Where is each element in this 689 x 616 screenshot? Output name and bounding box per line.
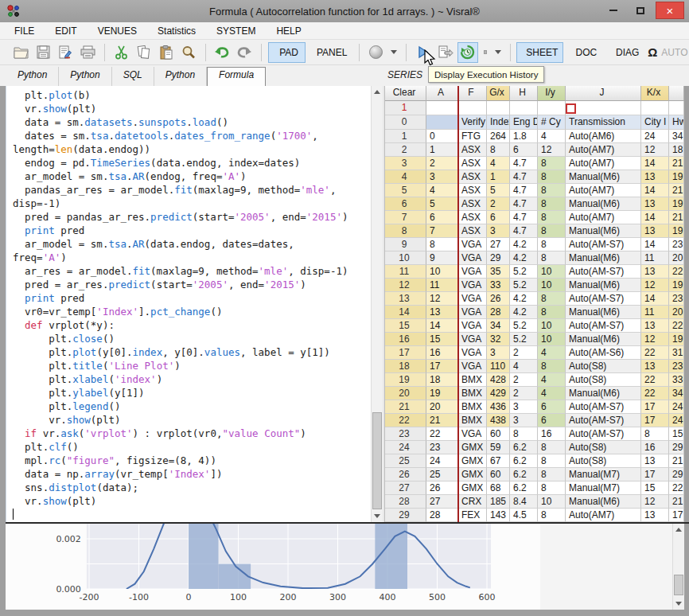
sheet-cell[interactable]: 34 [669,130,684,143]
sheet-cell[interactable]: 4.2 [510,238,538,251]
code-line[interactable]: plt.title('Line Plot') [6,359,371,372]
row-number[interactable]: 8 [385,224,426,238]
sheet-cell[interactable]: 8 [510,427,538,441]
menu-item-edit[interactable]: EDIT [55,25,76,37]
modify-document-button[interactable] [55,42,76,63]
sheet-cell[interactable]: VGA [458,319,487,333]
sheet-cell[interactable]: 5 [487,184,510,197]
sheet-cell[interactable]: Auto(AM-S7) [566,238,641,251]
sheet-cell[interactable]: 13 [426,306,458,319]
sheet-cell[interactable]: 24 [426,454,458,468]
label-cell[interactable]: # Cy [538,115,566,130]
row-number[interactable]: 13 [385,292,426,306]
sheet-cell[interactable]: Auto(S8) [566,441,641,454]
sheet-cell[interactable]: 13 [641,197,669,211]
sheet-cell[interactable]: Auto(AM6) [566,130,641,143]
sheet-cell[interactable]: 28 [426,509,458,522]
sheet-cell[interactable]: Auto(AM7) [566,211,641,224]
sheet-cell[interactable]: 12 [641,495,669,509]
sheet-cell[interactable]: 4.2 [510,306,538,319]
sheet-cell[interactable]: 25 [426,468,458,481]
sheet-cell[interactable]: 33 [669,373,684,387]
code-line[interactable]: vr0=vr_temp['Index'].pct_change() [6,305,371,318]
sheet-cell[interactable]: 3 [426,170,458,184]
sheet-cell[interactable]: 8 [538,292,566,306]
sheet-cell[interactable]: 1 [487,170,510,184]
marker-cell[interactable] [487,101,510,115]
row-number[interactable]: 1 [385,130,426,143]
sheet-cell[interactable]: 19 [669,170,684,184]
code-line[interactable]: sns.distplot(data); [6,481,371,494]
sheet-cell[interactable]: 8 [538,441,566,454]
sheet-cell[interactable]: Auto(AM7) [566,157,641,170]
row-number[interactable]: 29 [385,509,426,522]
sheet-cell[interactable]: 22 [669,265,684,279]
sheet-cell[interactable]: 6 [538,400,566,414]
scroll-up-arrow[interactable] [372,86,383,98]
sheet-cell[interactable]: Manual(M6) [566,251,641,265]
sheet-cell[interactable]: 18 [669,143,684,157]
sheet-cell[interactable]: 33 [487,279,510,292]
sheet-cell[interactable]: VGA [458,251,487,265]
sheet-cell[interactable]: 29 [669,468,684,481]
sheet-cell[interactable]: 19 [669,279,684,292]
sheet-cell[interactable]: 13 [641,360,669,373]
marker-cell[interactable] [426,101,458,115]
sheet-cell[interactable]: 21 [669,211,684,224]
sheet-cell[interactable]: Auto(S8) [566,360,641,373]
column-header-I/y[interactable]: I/y [538,86,566,101]
tab-python-3[interactable]: Python [154,67,207,86]
sheet-cell[interactable]: Auto(AM-S7) [566,414,641,427]
sheet-cell[interactable]: 21 [669,495,684,509]
code-line[interactable]: vr.show(plt) [6,413,371,427]
sheet-cell[interactable]: 68 [487,481,510,495]
row-number[interactable]: 22 [385,414,426,427]
code-line[interactable]: vr.show(plt) [6,494,371,508]
sheet-cell[interactable]: 3 [487,224,510,238]
sheet-cell[interactable]: ASX [458,184,487,197]
sheet-cell[interactable]: BMX [458,414,487,427]
sheet-cell[interactable]: 14 [426,319,458,333]
sheet-cell[interactable]: VGA [458,238,487,251]
label-row-number[interactable]: 0 [385,115,426,130]
sheet-cell[interactable]: 4.5 [510,509,538,522]
sheet-cell[interactable]: 23 [669,292,684,306]
row-number[interactable]: 7 [385,211,426,224]
menu-item-help[interactable]: HELP [276,25,301,37]
sheet-cell[interactable]: 429 [487,387,510,400]
sheet-cell[interactable]: 22 [641,387,669,400]
sheet-cell[interactable]: 8 [538,211,566,224]
tab-formula-4[interactable]: Formula [207,67,266,86]
label-cell[interactable]: Transmission [566,115,641,130]
sheet-cell[interactable]: 21 [669,454,684,468]
column-header-J[interactable]: J [566,86,641,101]
sheet-cell[interactable]: BMX [458,387,487,400]
sheet-cell[interactable]: 5.2 [510,333,538,346]
label-cell[interactable]: Eng D [510,115,538,130]
sheet-cell[interactable]: GMX [458,441,487,454]
code-line[interactable]: plt.ylabel(y[1]) [6,386,371,400]
sheet-cell[interactable]: 8 [538,157,566,170]
sheet-cell[interactable]: 10 [538,265,566,279]
row-number[interactable]: 19 [385,373,426,387]
sheet-cell[interactable]: 8 [538,360,566,373]
scroll-down-arrow[interactable] [673,598,684,610]
sheet-cell[interactable]: 4 [538,346,566,360]
sheet-cell[interactable]: 0 [426,130,458,143]
menu-item-venues[interactable]: VENUES [98,25,137,37]
sheet-cell[interactable]: 26 [426,481,458,495]
marker-cell[interactable] [458,101,487,115]
sheet-cell[interactable]: 7 [426,224,458,238]
sheet-cell[interactable]: Manual(M6) [566,306,641,319]
column-header-G/x[interactable]: G/x [487,86,510,101]
redo-button[interactable] [234,42,255,63]
sheet-cell[interactable]: Manual(M7) [566,481,641,495]
code-line[interactable]: print pred [6,291,371,305]
sheet-cell[interactable]: 59 [487,441,510,454]
sheet-cell[interactable]: VGA [458,279,487,292]
code-line[interactable]: disp=-1) [6,197,371,210]
sheet-cell[interactable]: 12 [641,143,669,157]
row-number[interactable]: 28 [385,495,426,509]
sheet-cell[interactable]: 21 [669,157,684,170]
sheet-cell[interactable]: 4 [487,157,510,170]
